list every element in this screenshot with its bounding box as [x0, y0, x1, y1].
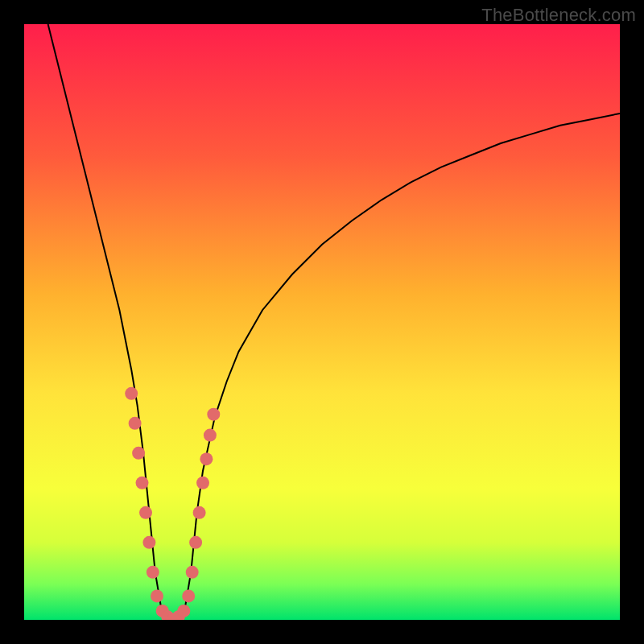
bottleneck-curve: [48, 24, 620, 620]
curve-marker: [204, 429, 217, 442]
curve-marker: [136, 477, 149, 489]
curve-marker: [186, 566, 199, 579]
curve-marker: [125, 387, 138, 400]
curve-marker: [132, 447, 145, 460]
curve-marker: [147, 566, 159, 579]
watermark-text: TheBottleneck.com: [481, 5, 636, 26]
curve-layer: [24, 24, 620, 620]
plot-area: [24, 24, 620, 620]
curve-marker: [129, 417, 142, 430]
curve-marker: [139, 506, 152, 519]
curve-marker: [189, 536, 202, 549]
curve-marker: [200, 452, 213, 465]
marker-group: [125, 387, 220, 620]
curve-marker: [207, 408, 220, 421]
curve-marker: [193, 506, 206, 519]
curve-marker: [196, 477, 209, 489]
curve-marker: [142, 536, 155, 549]
curve-marker: [177, 605, 190, 617]
curve-marker: [182, 589, 195, 602]
curve-marker: [151, 589, 163, 602]
chart-frame: TheBottleneck.com: [0, 0, 644, 644]
